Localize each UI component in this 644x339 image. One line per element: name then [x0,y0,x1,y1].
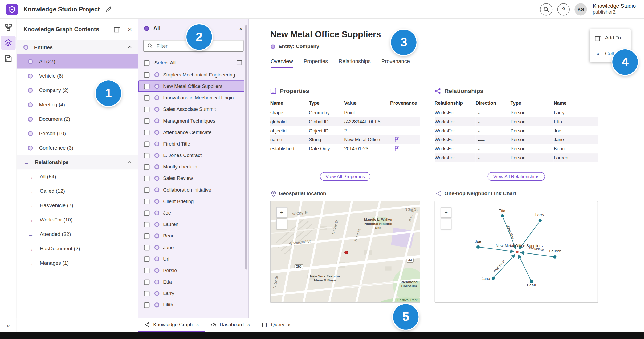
relationship-type-item[interactable]: →Attended (22) [17,227,138,241]
add-panel-icon[interactable] [114,26,120,33]
tab-relationships[interactable]: Relationships [339,58,370,68]
relationship-name-link[interactable]: WorksFor [435,144,476,153]
link-chart-node[interactable] [476,245,480,249]
expand-rail-icon[interactable]: » [0,322,17,329]
item-checkbox[interactable] [144,153,149,158]
zoom-out-button[interactable]: − [276,219,287,229]
entity-type-item[interactable]: All (27) [17,54,138,69]
graph-list-item[interactable]: L. Jones Contract [138,150,244,161]
edit-title-icon[interactable] [105,6,112,12]
relationship-name-link[interactable]: WorksFor [435,153,476,162]
view-all-relationships-button[interactable]: View All Relationships [487,172,545,181]
map[interactable]: W Clay StE Clay StN 3rd StN 4th StN 3rd … [270,201,420,303]
item-checkbox[interactable] [144,210,149,216]
avatar[interactable]: KS [575,3,587,15]
entity-type-item[interactable]: Vehicle (6) [17,69,138,83]
relationship-name-link[interactable]: WorksFor [435,117,476,126]
view-all-properties-button[interactable]: View All Properties [320,172,371,181]
close-panel-icon[interactable]: × [128,26,132,33]
select-all-checkbox[interactable] [144,60,149,66]
collapse-panel-icon[interactable]: « [239,25,243,32]
app-logo-icon[interactable] [6,3,18,15]
close-tab-icon[interactable]: × [196,322,199,327]
item-checkbox[interactable] [144,164,149,170]
graph-list-item[interactable]: Montly check-in [138,161,244,173]
graph-list-item[interactable]: Uri [138,253,244,265]
item-checkbox[interactable] [144,84,149,89]
entity-type-item[interactable]: Conference (3) [17,140,138,155]
link-chart-node[interactable] [539,219,542,222]
tab-overview[interactable]: Overview [271,58,293,68]
close-tab-icon[interactable]: × [288,322,291,327]
add-to-menu-item[interactable]: Add To [590,30,631,46]
relationship-type-item[interactable]: →HasDocument (2) [17,241,138,256]
link-chart-center-node[interactable] [516,251,519,253]
entity-type-item[interactable]: Document (2) [17,112,138,126]
relationship-target-link[interactable]: Etta [554,117,598,126]
graph-list-item[interactable]: Sales Associate Summit [138,104,244,115]
item-checkbox[interactable] [144,302,149,308]
graph-list-item[interactable]: Sales Review [138,173,244,184]
graph-list-item[interactable]: Managment Techniques [138,115,244,127]
link-chart-node[interactable] [501,214,504,217]
bottom-tab-dashboard[interactable]: Dashboard× [205,318,256,332]
relationship-type-item[interactable]: →WorksFor (10) [17,212,138,227]
graph-list-item[interactable]: Joe [138,207,244,219]
item-checkbox[interactable] [144,222,149,227]
item-checkbox[interactable] [144,199,149,204]
item-checkbox[interactable] [144,279,149,285]
item-checkbox[interactable] [144,72,149,78]
layers-icon[interactable] [1,36,16,50]
add-selection-icon[interactable] [237,59,243,67]
graph-list-item[interactable]: Persie [138,265,244,276]
relationship-target-link[interactable]: Beau [554,144,598,153]
link-chart-node[interactable] [553,255,556,259]
relationship-target-link[interactable]: Lauren [554,153,598,162]
close-tab-icon[interactable]: × [247,322,250,327]
bottom-tab-knowledge-graph[interactable]: Knowledge Graph× [138,318,205,332]
link-chart[interactable]: EttaLarryJoeLaurenJaneBeauWorksForWorksF… [435,201,598,303]
item-checkbox[interactable] [144,233,149,239]
entity-type-item[interactable]: Meeting (4) [17,97,138,112]
tab-properties[interactable]: Properties [304,58,328,68]
item-checkbox[interactable] [144,291,149,296]
item-checkbox[interactable] [144,245,149,250]
item-checkbox[interactable] [144,118,149,123]
relationship-target-link[interactable]: Joe [554,126,598,135]
graph-list-item[interactable]: Staplers Mechanical Engineering [138,69,244,80]
bottom-tab-query[interactable]: { }Query× [256,318,297,332]
graph-list-item[interactable]: Etta [138,276,244,288]
item-checkbox[interactable] [144,176,149,181]
item-checkbox[interactable] [144,141,149,147]
search-icon[interactable] [540,3,552,15]
graph-list-item[interactable]: Attendance Certificate [138,127,244,138]
zoom-in-button[interactable]: + [276,207,287,218]
graph-list-item[interactable]: Client Briefing [138,196,244,207]
item-checkbox[interactable] [144,107,149,112]
tab-provenance[interactable]: Provenance [381,58,410,68]
graph-list-item[interactable]: Larry [138,288,244,299]
relationship-type-item[interactable]: →Manages (1) [17,256,138,270]
graph-list-item[interactable]: Lilith [138,299,244,311]
item-checkbox[interactable] [144,187,149,192]
graph-list-item[interactable]: Beau [138,230,244,242]
relationship-type-item[interactable]: →HasVehicle (7) [17,198,138,212]
relationship-target-link[interactable]: Jane [554,135,598,144]
relationship-name-link[interactable]: WorksFor [435,135,476,144]
relationship-name-link[interactable]: WorksFor [435,126,476,135]
zoom-in-button[interactable]: + [441,207,451,218]
save-icon[interactable] [1,51,16,65]
item-checkbox[interactable] [144,95,149,100]
entities-section-header[interactable]: Entities [17,40,138,54]
graph-list-item[interactable]: New Metal Office Suppliers [138,80,244,92]
catalog-icon[interactable] [1,20,16,34]
graph-list-item[interactable]: Firebird Title [138,138,244,150]
zoom-out-button[interactable]: − [441,219,451,229]
relationship-name-link[interactable]: WorksFor [435,108,476,117]
help-icon[interactable]: ? [557,3,570,15]
provenance-icon[interactable] [394,146,399,151]
graph-list-item[interactable]: Collaboration initiative [138,184,244,196]
relationships-section-header[interactable]: → Relationships [17,155,138,169]
select-all-row[interactable]: Select All [138,57,248,69]
provenance-icon[interactable] [394,137,399,142]
